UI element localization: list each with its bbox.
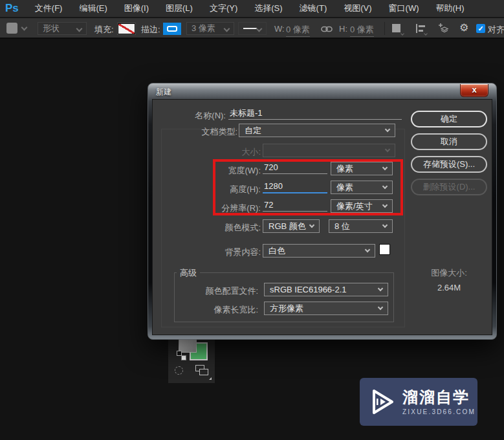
menu-window[interactable]: 窗口(W)	[380, 3, 428, 14]
doc-type-label: 文档类型:	[155, 126, 237, 137]
height-unit-value: 像素	[336, 182, 353, 193]
size-dropdown	[263, 144, 395, 157]
path-arrangement-icon[interactable]	[437, 23, 450, 34]
name-input[interactable]	[228, 108, 402, 120]
doc-type-value: 自定	[245, 125, 261, 137]
watermark-url: zixue.3d66.com	[402, 408, 476, 415]
pixel-aspect-ratio-label: 像素长宽比:	[155, 304, 258, 314]
watermark-text: 溜溜自学 zixue.3d66.com	[402, 389, 476, 415]
menu-file[interactable]: 文件(F)	[27, 3, 71, 14]
fill-color-swatch[interactable]	[118, 23, 135, 34]
height-label: 高度(H):	[155, 184, 261, 194]
bit-depth-dropdown[interactable]: 8 位	[329, 219, 393, 233]
fill-label: 填充:	[94, 24, 114, 36]
stroke-width-value: 3 像素	[192, 23, 215, 34]
color-profile-dropdown[interactable]: sRGB IEC61966-2.1	[264, 283, 388, 296]
tool-mode-value: 形状	[43, 23, 60, 34]
align-edges-label: 对齐边缘	[488, 24, 504, 36]
shape-width-value[interactable]: 0 像素	[286, 24, 310, 37]
chevron-down-icon	[400, 32, 404, 36]
tool-mode-dropdown[interactable]: 形状	[38, 22, 87, 35]
menu-layer[interactable]: 图层(L)	[157, 3, 201, 14]
path-operations-icon[interactable]	[392, 24, 400, 32]
height-label: H:	[339, 24, 347, 34]
chevron-down-icon	[76, 25, 83, 32]
watermark-title: 溜溜自学	[402, 389, 476, 406]
play-logo-icon	[367, 386, 397, 418]
chevron-down-icon	[385, 127, 390, 132]
ok-button[interactable]: 确定	[411, 111, 487, 127]
screen-mode-corner-icon	[209, 377, 212, 380]
cancel-button[interactable]: 取消	[411, 133, 487, 150]
size-label: 大小:	[155, 146, 261, 157]
watermark-badge: 溜溜自学 zixue.3d66.com	[360, 378, 477, 426]
chevron-down-icon[interactable]	[21, 25, 28, 31]
photoshop-logo: Ps	[0, 2, 27, 15]
height-input[interactable]	[263, 181, 327, 193]
image-size-label: 图像大小:	[411, 267, 487, 279]
resolution-label: 分辨率(R):	[155, 203, 261, 213]
screen-mode-icon[interactable]	[195, 365, 211, 378]
background-color-preview-swatch[interactable]	[379, 244, 390, 255]
pixel-aspect-ratio-value: 方形像素	[270, 303, 303, 314]
resolution-unit-value: 像素/英寸	[336, 201, 373, 212]
options-bar: 形状 填充: 描边: 3 像素 W: 0 像素 H: 0 像素	[0, 18, 504, 39]
doc-type-dropdown[interactable]: 自定	[239, 124, 395, 137]
stroke-label: 描边:	[141, 24, 160, 36]
toolbox-bottom-panel	[168, 336, 215, 383]
menu-filter[interactable]: 滤镜(T)	[291, 3, 336, 14]
chevron-down-icon	[365, 247, 370, 252]
path-alignment-icon[interactable]	[415, 24, 426, 33]
save-preset-button[interactable]: 存储预设(S)...	[411, 156, 487, 173]
tool-preset-icon[interactable]	[6, 23, 17, 34]
align-edges-checkbox[interactable]: ✓	[476, 24, 485, 33]
chevron-down-icon	[424, 32, 428, 36]
width-input[interactable]	[263, 162, 327, 174]
menu-edit[interactable]: 编辑(E)	[71, 3, 115, 14]
chevron-down-icon	[378, 305, 383, 310]
color-profile-value: sRGB IEC61966-2.1	[270, 285, 347, 294]
width-label: 宽度(W):	[155, 165, 261, 175]
menu-view[interactable]: 视图(V)	[335, 3, 380, 14]
delete-preset-button: 删除预设(D)...	[411, 179, 487, 195]
default-colors-icon[interactable]	[177, 351, 186, 360]
stroke-color-swatch[interactable]	[163, 23, 181, 35]
color-mode-value: RGB 颜色	[268, 221, 306, 232]
background-contents-dropdown[interactable]: 白色	[263, 244, 375, 258]
chevron-down-icon	[382, 203, 388, 208]
chevron-down-icon	[378, 286, 383, 291]
chevron-down-icon	[224, 25, 230, 32]
link-dimensions-icon[interactable]	[321, 26, 333, 32]
default-foreground-icon	[177, 351, 182, 356]
dialog-title: 新建	[156, 87, 171, 98]
resolution-unit-dropdown[interactable]: 像素/英寸	[331, 199, 393, 213]
quick-mask-mode-icon[interactable]	[175, 366, 183, 375]
menu-bar: Ps 文件(F) 编辑(E) 图像(I) 图层(L) 文字(Y) 选择(S) 滤…	[0, 0, 504, 17]
menu-select[interactable]: 选择(S)	[246, 3, 290, 14]
background-contents-value: 白色	[268, 245, 285, 257]
chevron-down-icon	[382, 165, 388, 170]
image-size-value: 2.64M	[411, 283, 487, 292]
menu-type[interactable]: 文字(Y)	[201, 3, 246, 14]
color-profile-label: 颜色配置文件:	[155, 285, 258, 296]
height-unit-dropdown[interactable]: 像素	[331, 181, 393, 194]
width-unit-dropdown[interactable]: 像素	[331, 162, 393, 175]
resolution-input[interactable]	[263, 200, 327, 212]
close-button[interactable]: x	[460, 84, 488, 97]
color-mode-dropdown[interactable]: RGB 颜色	[263, 219, 320, 233]
gear-icon[interactable]: ⚙	[459, 21, 468, 34]
stroke-width-dropdown[interactable]: 3 像素	[186, 22, 234, 35]
screen-mode-front-rect	[199, 369, 208, 375]
stroke-type-dropdown[interactable]	[238, 22, 267, 35]
chevron-down-icon	[256, 25, 263, 32]
photoshop-app: Ps 文件(F) 编辑(E) 图像(I) 图层(L) 文字(Y) 选择(S) 滤…	[0, 0, 504, 440]
background-contents-label: 背景内容:	[155, 247, 261, 257]
chevron-down-icon	[309, 223, 314, 228]
pixel-aspect-ratio-dropdown[interactable]: 方形像素	[264, 302, 388, 315]
name-label: 名称(N):	[155, 110, 226, 120]
menu-help[interactable]: 帮助(H)	[428, 3, 473, 14]
color-mode-label: 颜色模式:	[155, 222, 261, 232]
shape-height-value[interactable]: 0 像素	[350, 24, 374, 37]
chevron-down-icon	[382, 184, 388, 189]
menu-image[interactable]: 图像(I)	[116, 3, 157, 14]
